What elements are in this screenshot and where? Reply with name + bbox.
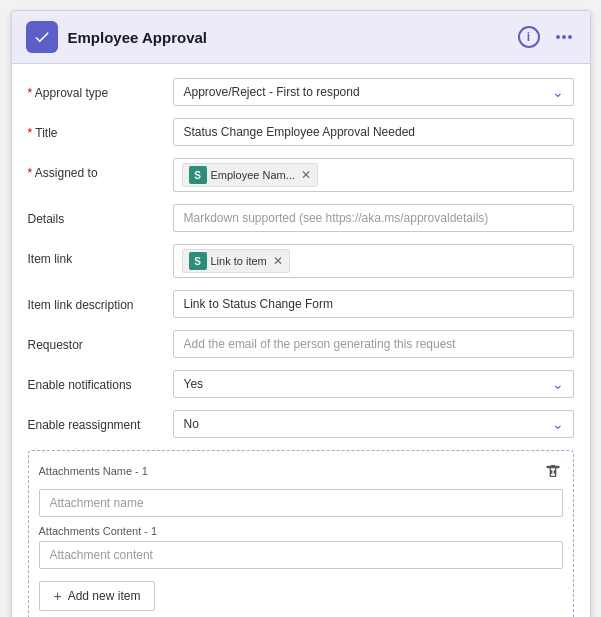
enable-reassignment-label: Enable reassignment [28,410,173,432]
item-link-description-row: Item link description [28,290,574,318]
attachment-name-field [39,489,563,517]
details-input[interactable] [173,204,574,232]
approval-type-value: Approve/Reject - First to respond [184,85,360,99]
assigned-to-control: S Employee Nam... ✕ [173,158,574,192]
employee-tag-close[interactable]: ✕ [301,168,311,182]
dot3 [568,35,572,39]
enable-reassignment-select[interactable]: No ⌄ [173,410,574,438]
attachments-section: Attachments Name - 1 Attachm [28,450,574,617]
card-header: Employee Approval i [12,11,590,64]
details-control [173,204,574,232]
chevron-down-icon: ⌄ [552,84,564,100]
attachments-header: Attachments Name - 1 [39,461,563,481]
item-link-control: S Link to item ✕ [173,244,574,278]
enable-reassignment-control: No ⌄ [173,410,574,438]
employee-approval-card: Employee Approval i Approval type Approv… [11,10,591,617]
enable-notifications-select-wrap[interactable]: Yes ⌄ [173,370,574,398]
assigned-to-tag-input[interactable]: S Employee Nam... ✕ [173,158,574,192]
item-link-tag-input[interactable]: S Link to item ✕ [173,244,574,278]
enable-notifications-value: Yes [184,377,204,391]
approval-type-select[interactable]: Approve/Reject - First to respond ⌄ [173,78,574,106]
employee-tag: S Employee Nam... ✕ [182,163,318,187]
enable-reassignment-select-wrap[interactable]: No ⌄ [173,410,574,438]
title-input[interactable] [173,118,574,146]
add-new-item-button[interactable]: + Add new item [39,581,156,611]
enable-notifications-label: Enable notifications [28,370,173,392]
approval-type-control: Approve/Reject - First to respond ⌄ [173,78,574,106]
attachment-name-input[interactable] [39,489,563,517]
approval-type-row: Approval type Approve/Reject - First to … [28,78,574,106]
card-body: Approval type Approve/Reject - First to … [12,64,590,617]
enable-notifications-row: Enable notifications Yes ⌄ [28,370,574,398]
delete-attachment-icon[interactable] [543,461,563,481]
item-link-row: Item link S Link to item ✕ [28,244,574,278]
header-actions: i [518,26,576,48]
approval-type-select-wrap[interactable]: Approve/Reject - First to respond ⌄ [173,78,574,106]
enable-reassignment-value: No [184,417,199,431]
employee-tag-label: Employee Nam... [211,169,295,181]
title-control [173,118,574,146]
plus-icon: + [54,588,62,604]
details-row: Details [28,204,574,232]
requestor-row: Requestor [28,330,574,358]
title-row: Title [28,118,574,146]
attachment-content-input[interactable] [39,541,563,569]
item-link-label: Item link [28,244,173,266]
approval-type-label: Approval type [28,78,173,100]
assigned-to-label: Assigned to [28,158,173,180]
chevron-down-icon-2: ⌄ [552,376,564,392]
dot2 [562,35,566,39]
title-label: Title [28,118,173,140]
requestor-control [173,330,574,358]
info-icon[interactable]: i [518,26,540,48]
svg-rect-0 [547,466,559,467]
enable-reassignment-row: Enable reassignment No ⌄ [28,410,574,438]
approval-icon [26,21,58,53]
chevron-down-icon-3: ⌄ [552,416,564,432]
assigned-to-row: Assigned to S Employee Nam... ✕ [28,158,574,192]
dot1 [556,35,560,39]
attachment-content-field: Attachments Content - 1 [39,525,563,569]
details-label: Details [28,204,173,226]
item-link-tag: S Link to item ✕ [182,249,290,273]
enable-notifications-select[interactable]: Yes ⌄ [173,370,574,398]
more-options-button[interactable] [552,33,576,41]
enable-notifications-control: Yes ⌄ [173,370,574,398]
requestor-input[interactable] [173,330,574,358]
item-link-description-control [173,290,574,318]
requestor-label: Requestor [28,330,173,352]
attachments-name-title: Attachments Name - 1 [39,465,148,477]
item-link-tag-close[interactable]: ✕ [273,254,283,268]
item-link-description-input[interactable] [173,290,574,318]
add-new-item-label: Add new item [68,589,141,603]
attachments-content-label: Attachments Content - 1 [39,525,563,537]
item-link-avatar: S [189,252,207,270]
employee-avatar: S [189,166,207,184]
item-link-description-label: Item link description [28,290,173,312]
item-link-tag-label: Link to item [211,255,267,267]
header-title: Employee Approval [68,29,518,46]
